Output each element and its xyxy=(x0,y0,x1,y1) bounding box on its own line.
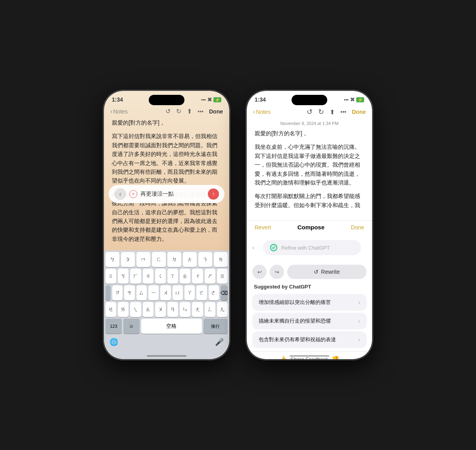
suggestion-text-3: 包含對未來仍有希望和祝福的表達 xyxy=(259,336,336,343)
compose-tab[interactable]: Compose xyxy=(298,224,324,231)
kb-key-yu[interactable]: ㄩ xyxy=(173,285,183,300)
back-button-1[interactable]: ‹ Notes xyxy=(110,108,128,115)
kb-key-wu[interactable]: ㄨ xyxy=(160,285,171,300)
suggestion-arrow-3: › xyxy=(358,337,360,343)
kb-key-ji[interactable]: ㄐ xyxy=(143,269,154,284)
kb-key-an[interactable]: ㄢ xyxy=(167,302,178,317)
back-button-2[interactable]: ‹ Notes xyxy=(253,108,271,115)
share-button-1[interactable]: ⬆ xyxy=(187,108,192,115)
suggestion-arrow-1: › xyxy=(358,299,360,306)
kb-row-3: ㄗ ㄘ ㄙ ㄧ ㄨ ㄩ ㄚ ㄛ ㄜ ⌫ xyxy=(104,284,229,300)
rewrite-icon: ↺ xyxy=(314,269,319,275)
dynamic-island-1 xyxy=(149,95,184,105)
kb-key-ne[interactable]: ㄋ xyxy=(198,252,212,267)
kb-key-shi[interactable]: ㄕ xyxy=(205,269,215,284)
kb-key-ci[interactable]: ㄘ xyxy=(124,285,134,300)
more-button-2[interactable]: ••• xyxy=(340,109,346,115)
share-feedback-label[interactable]: Share Feedback xyxy=(290,356,328,359)
chevron-left-icon-1: ‹ xyxy=(110,108,112,115)
signal-icon-2: ▪▪▪ xyxy=(344,97,349,102)
kb-key-a[interactable]: ㄚ xyxy=(184,285,195,300)
kb-key-ke[interactable]: ㄎ xyxy=(118,269,129,284)
redo-button-1[interactable]: ↻ xyxy=(176,108,181,115)
note-para-1-2: 我坐在桌前，心中充滿了無法言喻的沉痛。寫下這封信是我這輩子做過最艱難的決定之一，… xyxy=(255,142,364,187)
kb-key-yi[interactable]: ㄧ xyxy=(148,285,159,300)
undo-action-btn[interactable]: ↩ xyxy=(252,265,267,279)
wifi-icon-1: ⌘ xyxy=(207,97,212,102)
kb-key-bo[interactable]: ㄅ xyxy=(106,252,119,267)
thumbs-up-icon[interactable]: 👍 xyxy=(279,356,287,359)
thumbs-down-icon[interactable]: 👎 xyxy=(332,356,340,359)
add-icon-1[interactable]: + xyxy=(129,190,137,198)
kb-key-xi[interactable]: ㄒ xyxy=(167,269,178,284)
submit-button-1[interactable]: ↑ xyxy=(208,188,219,200)
suggestion-item-1[interactable]: 增加情感細節以突出分離的痛苦 › xyxy=(252,294,367,311)
kb-key-o[interactable]: ㄛ xyxy=(196,285,207,300)
refine-input[interactable]: Refine with ChatGPT xyxy=(263,240,361,255)
rewrite-label: Rewrite xyxy=(321,269,340,275)
kb-key-chi[interactable]: ㄔ xyxy=(192,269,203,284)
kb-key-he[interactable]: ㄏ xyxy=(130,269,141,284)
mic-icon-1[interactable]: 🎤 xyxy=(215,338,224,346)
suggestions-header: Suggested by ChatGPT xyxy=(247,282,372,292)
kb-row-1: ㄅ ㄆ ㄇ ㄈ ㄉ ㄊ ㄋ ㄌ xyxy=(104,250,229,267)
refine-section: ‹ Refine with ChatGPT xyxy=(247,234,372,262)
back-label-2: Notes xyxy=(256,109,271,115)
kb-key-backspace[interactable]: ⌫ xyxy=(221,285,228,300)
done-button-2[interactable]: Done xyxy=(352,109,366,115)
kb-key-qi[interactable]: ㄑ xyxy=(155,269,166,284)
redo-button-2[interactable]: ↻ xyxy=(318,108,324,116)
kb-bottom-row: 123 ☺ 空格 換行 xyxy=(104,317,229,336)
kb-key-mo[interactable]: ㄇ xyxy=(136,252,150,267)
note-para-0-1: 親愛的[對方的名字]， xyxy=(112,118,221,127)
kb-key-te[interactable]: ㄊ xyxy=(183,252,197,267)
kb-key-e[interactable]: ㄜ xyxy=(209,285,219,300)
kb-key-de[interactable]: ㄉ xyxy=(167,252,181,267)
input-field-1[interactable]: 再更淒涼一點 xyxy=(140,190,205,198)
kb-key-ri[interactable]: ㄖ xyxy=(217,269,228,284)
more-button-1[interactable]: ••• xyxy=(198,108,203,115)
kb-key-ou[interactable]: ㄡ xyxy=(155,302,166,317)
share-button-2[interactable]: ⬆ xyxy=(330,108,335,116)
note-para-2-2: 每次打開那扇默默關上的門，我都希望能感受到什麼温暖。但如今剩下寒冷和疏生，我 xyxy=(255,192,364,210)
done-compose-tab[interactable]: Done xyxy=(351,224,364,231)
kb-key-ai[interactable]: ㄞ xyxy=(118,302,129,317)
kb-key-more-l[interactable] xyxy=(106,285,111,300)
suggestion-text-2: 描繪未來獨自行走的悵望和恐懼 xyxy=(259,317,331,325)
time-1: 1:34 xyxy=(112,96,123,103)
kb-key-ang[interactable]: ㄤ xyxy=(192,302,203,317)
kb-key-er[interactable]: ㄦ xyxy=(217,302,228,317)
undo-button-1[interactable]: ↺ xyxy=(165,108,171,115)
rewrite-button[interactable]: ↺ Rewrite xyxy=(287,265,367,279)
kb-key-ei2[interactable]: ㄟ xyxy=(130,302,141,317)
kb-key-le[interactable]: ㄌ xyxy=(214,252,228,267)
undo-button-2[interactable]: ↺ xyxy=(307,108,313,116)
kb-key-ei[interactable]: ㄝ xyxy=(106,302,116,317)
home-indicator-2 xyxy=(290,355,329,357)
kb-key-zhi[interactable]: ㄓ xyxy=(180,269,190,284)
globe-icon-1[interactable]: 🌐 xyxy=(109,338,118,346)
done-button-1[interactable]: Done xyxy=(209,108,223,115)
compose-toolbar-2: Revert Compose Done xyxy=(247,220,372,234)
kb-emoji-button[interactable]: ☺ xyxy=(123,319,140,334)
kb-key-zi[interactable]: ㄗ xyxy=(112,285,123,300)
kb-key-po[interactable]: ㄆ xyxy=(121,252,135,267)
kb-key-en[interactable]: ㄣ xyxy=(180,302,190,317)
suggestion-item-2[interactable]: 描繪未來獨自行走的悵望和恐懼 › xyxy=(252,313,367,329)
kb-key-fo[interactable]: ㄈ xyxy=(152,252,166,267)
back-refine-button[interactable]: ‹ xyxy=(252,244,254,251)
kb-key-si[interactable]: ㄙ xyxy=(136,285,147,300)
kb-space-button[interactable]: 空格 xyxy=(141,319,202,334)
suggestion-item-3[interactable]: 包含對未來仍有希望和祝福的表達 › xyxy=(252,331,367,348)
kb-key-eng[interactable]: ㄥ xyxy=(205,302,215,317)
signal-icon-1: ▪▪▪ xyxy=(201,97,206,102)
note-content-2: 親愛的[對方的名字]， 我坐在桌前，心中充滿了無法言喻的沉痛。寫下這封信是我這輩… xyxy=(247,129,372,220)
revert-tab[interactable]: Revert xyxy=(255,224,271,231)
redo-action-btn[interactable]: ↪ xyxy=(270,265,284,279)
kb-num-button[interactable]: 123 xyxy=(106,319,122,334)
kb-key-ao[interactable]: ㄠ xyxy=(143,302,154,317)
input-back-button-1[interactable]: ‹ xyxy=(114,188,126,200)
kb-key-ge[interactable]: ㄍ xyxy=(106,269,116,284)
kb-return-button[interactable]: 換行 xyxy=(203,319,228,334)
kb-row-4: ㄝ ㄞ ㄟ ㄠ ㄡ ㄢ ㄣ ㄤ ㄥ ㄦ xyxy=(104,300,229,317)
